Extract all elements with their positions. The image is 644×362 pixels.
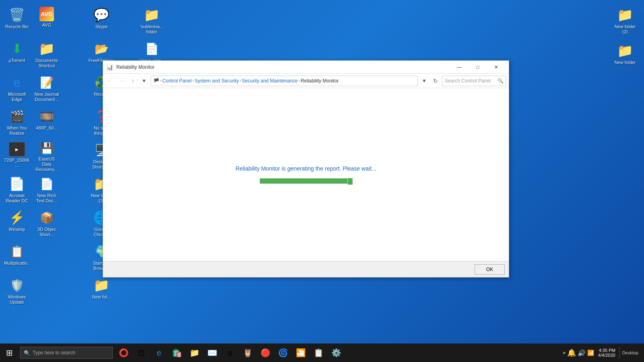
dropdown-arrow[interactable]: ▼ — [419, 76, 429, 86]
close-button[interactable]: ✕ — [487, 61, 506, 74]
windows-logo-icon: ⊞ — [6, 348, 13, 358]
desktop-icon-winamp[interactable]: ⚡ Winamp — [3, 208, 31, 240]
tray-expand-icon[interactable]: » — [563, 350, 566, 356]
desktop-icon-3d-object[interactable]: 📦 3D Objec Short... — [33, 208, 61, 240]
taskbar-tripadvisor[interactable]: 🦉 — [239, 344, 256, 361]
taskbar-mail[interactable]: ✉️ — [204, 344, 221, 361]
progress-bar-fill — [260, 179, 347, 183]
taskbar-apps: ⭕ ⊡ e 🛍️ 📁 ✉️ a 🦉 🔴 🌀 🎦 📋 ⚙️ — [113, 344, 563, 361]
taskbar-app-circle[interactable]: 🔴 — [257, 344, 274, 361]
desktop: 🗑️ Recycle Bin ⬇ µTorrent e Microsoft Ed… — [0, 0, 644, 343]
taskbar-search-box[interactable]: 🔍 Type here to search — [20, 347, 113, 359]
taskbar-edge[interactable]: e — [151, 344, 167, 361]
mail-icon: ✉️ — [207, 348, 217, 358]
desktop-icon-windows-update[interactable]: 🛡️ Windows Update — [3, 275, 31, 307]
desktop-icon-microsoft-edge[interactable]: e Microsoft Edge — [3, 72, 31, 105]
breadcrumb-security-maintenance[interactable]: Security and Maintenance — [242, 78, 298, 84]
search-box[interactable]: Search Control Panel 🔍 — [442, 76, 506, 86]
task-view-icon: ⊡ — [138, 348, 145, 358]
desktop-icon-multiplication[interactable]: 📋 Multiplicatio... — [3, 241, 31, 274]
search-icon: 🔍 — [497, 78, 504, 84]
desktop-icon-utorrent[interactable]: ⬇ µTorrent — [3, 39, 31, 71]
notification-icon[interactable]: 🔔 — [567, 348, 576, 357]
cortana-icon: ⭕ — [119, 348, 129, 358]
circle-app-icon: 🔴 — [260, 348, 270, 358]
loading-text: Reliability Monitor is generating the re… — [235, 165, 376, 172]
taskbar-app-blue[interactable]: 📋 — [310, 344, 327, 361]
taskbar-opera[interactable]: 🌀 — [275, 344, 291, 361]
vlc-taskbar-icon: 🎦 — [296, 348, 306, 358]
ok-button[interactable]: OK — [475, 264, 505, 275]
file-explorer-icon: 📁 — [190, 348, 200, 358]
taskbar-search-placeholder: Type here to search — [33, 350, 75, 356]
recent-locations-button[interactable]: ▼ — [139, 76, 149, 86]
gear-app-icon: ⚙️ — [331, 348, 341, 358]
taskbar-file-explorer[interactable]: 📁 — [186, 344, 203, 361]
refresh-button[interactable]: ↻ — [431, 76, 440, 86]
store-icon: 🛍️ — [172, 348, 182, 358]
minimize-button[interactable]: — — [450, 61, 469, 74]
desktop-icon-480p[interactable]: 🎞️ 480P_60... — [33, 106, 61, 138]
breadcrumb-bar: 🏴 › Control Panel › System and Security … — [151, 76, 418, 86]
desktop-icon-skype[interactable]: 💬 Skype — [87, 5, 116, 37]
desktop-icon-new-folder-right[interactable]: 📁 New folder — [611, 41, 639, 73]
desktop-icon-documents-shortcut[interactable]: 📁 Documents Shortcut — [33, 39, 61, 71]
search-text: Search Control Panel — [445, 78, 491, 84]
desktop-icon-subliminal[interactable]: 📁 'sublimina... folder — [138, 5, 166, 37]
breadcrumb-reliability-monitor: Reliability Monitor — [301, 78, 339, 84]
edge-icon: e — [157, 348, 161, 358]
show-desktop-button[interactable]: Desktop — [619, 347, 641, 359]
taskbar-tray: » 🔔 🔊 📶 4:35 PM 4/4/2020 Desktop — [563, 347, 644, 359]
progress-bar-container — [260, 178, 352, 184]
desktop-icon-avg[interactable]: AVG AVG — [33, 5, 61, 37]
taskbar-amazon[interactable]: a — [221, 344, 238, 361]
opera-icon: 🌀 — [278, 348, 288, 358]
clock-date: 4/4/2020 — [598, 353, 615, 358]
forward-button[interactable]: → — [117, 76, 126, 86]
progress-indicator — [348, 178, 353, 185]
breadcrumb-control-panel[interactable]: Control Panel — [162, 78, 192, 84]
desktop-icon-new-folder-col4[interactable]: 📁 New fol... — [87, 275, 116, 307]
clock-time: 4:35 PM — [599, 348, 615, 353]
taskbar-store[interactable]: 🛍️ — [168, 344, 185, 361]
reliability-monitor-window: 📊 Reliability Monitor — □ ✕ ← → ↑ ▼ 🏴 › … — [103, 60, 509, 278]
window-icon: 📊 — [106, 64, 113, 70]
desktop-icon-acrobat-reader[interactable]: 📄 Acrobat Reader DC — [3, 174, 31, 206]
amazon-icon: a — [227, 348, 232, 358]
taskbar: ⊞ 🔍 Type here to search ⭕ ⊡ e 🛍️ 📁 ✉️ a … — [0, 343, 644, 362]
desktop-icon-new-rich-text[interactable]: 📄 New Rich Text Doc... — [33, 174, 61, 206]
up-button[interactable]: ↑ — [128, 76, 138, 86]
window-controls: — □ ✕ — [450, 61, 506, 74]
blue-app-icon: 📋 — [314, 348, 324, 358]
breadcrumb-system-security[interactable]: System and Security — [194, 78, 239, 84]
start-button[interactable]: ⊞ — [0, 343, 19, 362]
taskbar-clock[interactable]: 4:35 PM 4/4/2020 — [596, 348, 618, 358]
window-footer: OK — [103, 261, 509, 277]
window-title: Reliability Monitor — [116, 64, 450, 70]
maximize-button[interactable]: □ — [469, 61, 487, 74]
taskbar-search-icon: 🔍 — [24, 350, 30, 356]
desktop-icon-easeus[interactable]: 💾 EaseUS Data Recovery... — [33, 140, 61, 172]
taskbar-vlc[interactable]: 🎦 — [292, 344, 309, 361]
network-icon[interactable]: 📶 — [587, 350, 594, 356]
desktop-icon-new-journal[interactable]: 📝 New Journal Document... — [33, 72, 61, 105]
taskbar-app-gear[interactable]: ⚙️ — [328, 344, 345, 361]
taskbar-task-view[interactable]: ⊡ — [133, 344, 150, 361]
desktop-icon-new-folder-2[interactable]: 📁 New folder (2) — [611, 5, 639, 37]
window-titlebar: 📊 Reliability Monitor — □ ✕ — [103, 61, 509, 74]
breadcrumb-flag-icon: 🏴 — [153, 78, 159, 84]
address-bar: ← → ↑ ▼ 🏴 › Control Panel › System and S… — [103, 74, 509, 88]
tripadvisor-icon: 🦉 — [243, 348, 253, 358]
desktop-icon-recycle-bin[interactable]: 🗑️ Recycle Bin — [3, 5, 31, 37]
desktop-icons-right: 📁 New folder (2) 📁 New folder — [610, 4, 640, 74]
desktop-icon-720p-video[interactable]: ▶ 720P_1500K... — [3, 140, 31, 172]
taskbar-cortana[interactable]: ⭕ — [115, 344, 132, 361]
desktop-icon-when-you-realize[interactable]: 🎬 When You Realize — [3, 106, 31, 138]
volume-icon[interactable]: 🔊 — [578, 349, 586, 357]
back-button[interactable]: ← — [105, 76, 115, 86]
window-content: Reliability Monitor is generating the re… — [103, 88, 509, 261]
